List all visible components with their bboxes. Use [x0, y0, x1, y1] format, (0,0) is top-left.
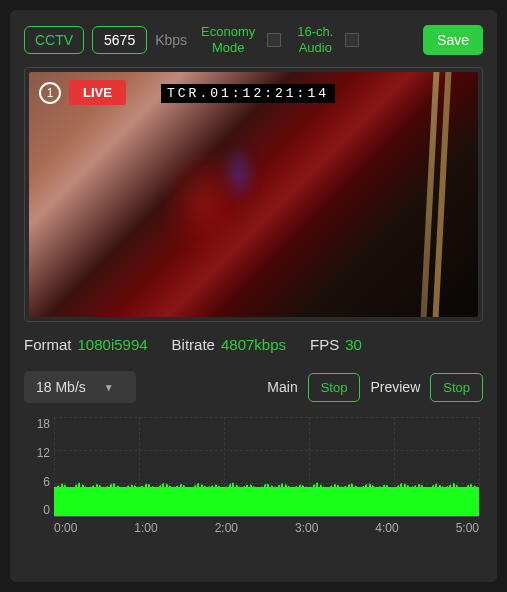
y-axis: 18 12 6 0	[28, 417, 50, 517]
readouts: Format 1080i5994 Bitrate 4807kbps FPS 30	[24, 336, 483, 353]
timecode-overlay: TCR.01:12:21:14	[161, 84, 335, 103]
preview-stop-button[interactable]: Stop	[430, 373, 483, 402]
bitrate-label: Bitrate	[172, 336, 215, 353]
economy-mode-label: EconomyMode	[201, 24, 255, 55]
controls: 18 Mb/s ▼ Main Stop Preview Stop	[24, 371, 483, 403]
chevron-down-icon: ▼	[104, 382, 114, 393]
y-tick: 12	[37, 446, 50, 460]
channel-badge: 1	[39, 82, 61, 104]
fps-readout: FPS 30	[310, 336, 362, 353]
audio-16ch-label: 16-ch.Audio	[297, 24, 333, 55]
y-tick: 0	[43, 503, 50, 517]
video-frame: 1 LIVE TCR.01:12:21:14	[24, 67, 483, 322]
bitrate-readout: Bitrate 4807kbps	[172, 336, 286, 353]
encoder-panel: CCTV 5675 Kbps EconomyMode 16-ch.Audio S…	[10, 10, 497, 582]
fps-value: 30	[345, 336, 362, 353]
x-tick: 3:00	[295, 521, 318, 535]
live-badge: LIVE	[69, 80, 126, 105]
x-tick: 4:00	[375, 521, 398, 535]
rate-select-value: 18 Mb/s	[36, 379, 86, 395]
bitrate-chart: 18 12 6 0 0:00 1:00 2:00 3:00 4:00 5:00	[28, 417, 483, 537]
preview-label: Preview	[370, 379, 420, 395]
y-tick: 18	[37, 417, 50, 431]
x-tick: 5:00	[456, 521, 479, 535]
x-tick: 0:00	[54, 521, 77, 535]
x-tick: 1:00	[134, 521, 157, 535]
format-readout: Format 1080i5994	[24, 336, 148, 353]
bitrate-value: 4807kbps	[221, 336, 286, 353]
bitrate-unit: Kbps	[155, 32, 187, 48]
video-preview[interactable]: 1 LIVE TCR.01:12:21:14	[29, 72, 478, 317]
economy-mode-checkbox[interactable]	[267, 33, 281, 47]
preset-pill[interactable]: CCTV	[24, 26, 84, 54]
toolbar: CCTV 5675 Kbps EconomyMode 16-ch.Audio S…	[24, 24, 483, 55]
audio-16ch-checkbox[interactable]	[345, 33, 359, 47]
series-bitrate	[54, 487, 479, 516]
x-tick: 2:00	[215, 521, 238, 535]
fps-label: FPS	[310, 336, 339, 353]
main-label: Main	[267, 379, 297, 395]
plot-area	[54, 417, 479, 517]
save-button[interactable]: Save	[423, 25, 483, 55]
format-label: Format	[24, 336, 72, 353]
y-tick: 6	[43, 475, 50, 489]
main-stop-button[interactable]: Stop	[308, 373, 361, 402]
format-value: 1080i5994	[78, 336, 148, 353]
bitrate-input[interactable]: 5675	[92, 26, 147, 54]
x-axis: 0:00 1:00 2:00 3:00 4:00 5:00	[54, 521, 479, 535]
rate-select[interactable]: 18 Mb/s ▼	[24, 371, 136, 403]
